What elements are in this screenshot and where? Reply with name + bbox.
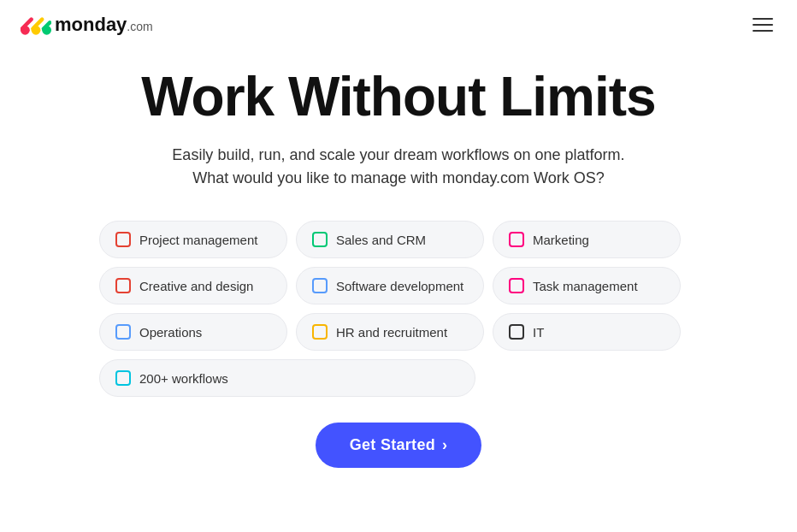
get-started-button[interactable]: Get Started › <box>316 423 482 468</box>
checkbox-icon-sales-crm <box>312 232 328 247</box>
header: monday.com <box>0 0 797 50</box>
hero-subtitle: Easily build, run, and scale your dream … <box>172 144 624 190</box>
checkbox-icon-marketing <box>509 232 524 247</box>
checkbox-label-hr-recruitment: HR and recruitment <box>336 325 447 340</box>
checkbox-label-marketing: Marketing <box>533 233 589 247</box>
checkbox-icon-task-management <box>509 278 524 293</box>
checkbox-label-task-management: Task management <box>533 279 638 293</box>
checkbox-project-management[interactable]: Project management <box>99 221 287 258</box>
checkbox-label-software-dev: Software development <box>336 279 463 293</box>
checkbox-workflows[interactable]: 200+ workflows <box>99 359 475 397</box>
checkbox-task-management[interactable]: Task management <box>493 267 681 304</box>
checkbox-label-operations: Operations <box>139 325 202 340</box>
checkbox-icon-project-management <box>115 232 131 247</box>
checkbox-icon-hr-recruitment <box>312 324 328 340</box>
logo-text: monday.com <box>55 14 153 36</box>
checkbox-creative-design[interactable]: Creative and design <box>99 267 287 304</box>
cta-label: Get Started <box>350 436 435 454</box>
checkbox-icon-creative-design <box>115 278 131 293</box>
checkbox-icon-workflows <box>115 370 131 386</box>
checkbox-marketing[interactable]: Marketing <box>493 221 681 258</box>
logo[interactable]: monday.com <box>21 14 153 36</box>
hero-subtitle-line2: What would you like to manage with monda… <box>192 169 605 186</box>
checkbox-label-workflows: 200+ workflows <box>139 371 228 386</box>
hero-subtitle-line1: Easily build, run, and scale your dream … <box>172 146 624 163</box>
checkbox-it[interactable]: IT <box>493 313 681 351</box>
checkbox-hr-recruitment[interactable]: HR and recruitment <box>296 313 484 351</box>
checkbox-grid: Project management Sales and CRM Marketi… <box>99 221 698 397</box>
checkbox-operations[interactable]: Operations <box>99 313 287 351</box>
checkbox-icon-software-dev <box>312 278 328 293</box>
checkbox-label-sales-crm: Sales and CRM <box>336 233 426 247</box>
checkbox-software-dev[interactable]: Software development <box>296 267 484 304</box>
hero-title: Work Without Limits <box>141 67 655 127</box>
checkbox-icon-it <box>509 324 524 340</box>
hamburger-menu[interactable] <box>749 15 776 35</box>
checkbox-sales-crm[interactable]: Sales and CRM <box>296 221 484 258</box>
checkbox-label-creative-design: Creative and design <box>139 279 253 293</box>
checkbox-icon-operations <box>115 324 131 340</box>
arrow-icon: › <box>442 436 447 454</box>
checkbox-label-project-management: Project management <box>139 233 257 247</box>
checkbox-label-it: IT <box>533 325 544 340</box>
main-content: Work Without Limits Easily build, run, a… <box>0 50 797 502</box>
